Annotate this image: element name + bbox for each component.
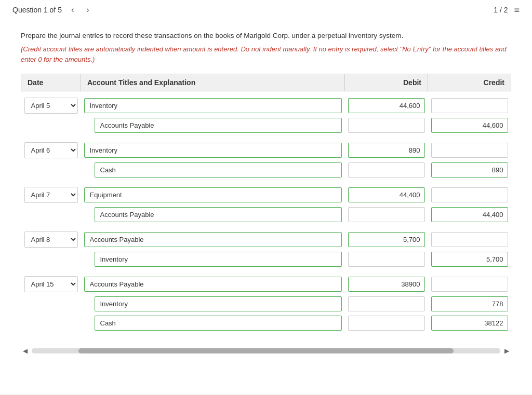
credit-input-3a[interactable] [431, 187, 508, 202]
account-cell-5a [81, 274, 345, 294]
account-input-5c[interactable] [95, 316, 342, 331]
instruction-sub: (Credit account titles are automatically… [21, 44, 511, 64]
date-empty-5a [21, 294, 81, 314]
table-row [21, 160, 511, 180]
account-cell-1b [81, 116, 345, 135]
table-row [21, 116, 511, 135]
header-date: Date [21, 74, 81, 91]
table-row [21, 250, 511, 269]
debit-cell-1b [345, 116, 428, 135]
credit-cell-4b [428, 250, 511, 269]
account-cell-1a [81, 96, 345, 116]
credit-input-5b[interactable] [431, 296, 508, 311]
debit-cell-5b [345, 294, 428, 314]
account-input-5a[interactable] [84, 277, 342, 292]
instruction-main: Prepare the journal entries to record th… [21, 31, 511, 41]
credit-cell-5 [428, 274, 511, 294]
credit-input-2b[interactable] [431, 162, 508, 178]
debit-input-1b[interactable] [348, 118, 425, 133]
credit-cell-3b [428, 205, 511, 224]
header-account: Account Titles and Explanation [81, 74, 345, 91]
date-select-4[interactable]: April 8 [24, 231, 78, 248]
credit-input-2a[interactable] [431, 143, 508, 158]
debit-cell-2b [345, 160, 428, 180]
date-cell-2: April 6 [21, 140, 81, 160]
account-cell-2b [81, 160, 345, 180]
debit-input-3[interactable] [348, 187, 425, 202]
account-cell-5c [81, 314, 345, 333]
top-bar: Question 1 of 5 ‹ › 1 / 2 ≡ [0, 0, 532, 20]
date-empty-3 [21, 205, 81, 224]
main-content: Prepare the journal entries to record th… [0, 20, 532, 394]
credit-input-4a[interactable] [431, 232, 508, 247]
date-empty-2 [21, 160, 81, 180]
question-label: Question 1 of 5 [12, 6, 62, 14]
debit-cell-3 [345, 185, 428, 205]
account-input-1a[interactable] [84, 98, 342, 113]
page-indicator: 1 / 2 [494, 6, 508, 14]
debit-cell-5 [345, 274, 428, 294]
credit-cell-2b [428, 160, 511, 180]
debit-input-4b[interactable] [348, 252, 425, 267]
credit-input-1b[interactable] [431, 118, 508, 133]
account-input-1b[interactable] [95, 118, 342, 133]
debit-input-5b[interactable] [348, 296, 425, 311]
account-cell-5b [81, 294, 345, 314]
debit-input-1[interactable] [348, 98, 425, 113]
credit-input-5c[interactable] [431, 316, 508, 331]
table-row [21, 294, 511, 314]
debit-input-2b[interactable] [348, 162, 425, 178]
credit-cell-5b [428, 294, 511, 314]
credit-cell-1 [428, 96, 511, 116]
date-select-5[interactable]: April 15 [24, 276, 78, 292]
date-select-3[interactable]: April 7 [24, 187, 78, 203]
account-input-4a[interactable] [84, 232, 342, 247]
account-input-5b[interactable] [95, 296, 342, 311]
debit-input-5[interactable] [348, 277, 425, 292]
debit-cell-4b [345, 250, 428, 269]
debit-input-4[interactable] [348, 232, 425, 247]
account-input-3b[interactable] [95, 207, 342, 222]
debit-input-5c[interactable] [348, 316, 425, 331]
table-row: April 5 [21, 96, 511, 116]
credit-cell-4 [428, 229, 511, 250]
table-row: April 7 [21, 185, 511, 205]
account-cell-4b [81, 250, 345, 269]
scrollbar-track[interactable] [32, 348, 500, 353]
date-select-2[interactable]: April 6 [24, 142, 78, 158]
prev-button[interactable]: ‹ [68, 4, 77, 16]
date-cell-1: April 5 [21, 96, 81, 116]
date-empty-4 [21, 250, 81, 269]
next-button[interactable]: › [83, 4, 92, 16]
credit-cell-3 [428, 185, 511, 205]
table-row [21, 205, 511, 224]
credit-input-1a[interactable] [431, 98, 508, 113]
account-input-4b[interactable] [95, 252, 342, 267]
debit-input-3b[interactable] [348, 207, 425, 222]
date-select-1[interactable]: April 5 [24, 98, 78, 114]
menu-icon[interactable]: ≡ [514, 5, 520, 16]
account-cell-4a [81, 229, 345, 250]
account-input-2a[interactable] [84, 143, 342, 158]
credit-input-4b[interactable] [431, 252, 508, 267]
header-debit: Debit [345, 74, 428, 91]
credit-cell-2 [428, 140, 511, 160]
date-empty-1 [21, 116, 81, 135]
date-cell-5: April 15 [21, 274, 81, 294]
header-credit: Credit [428, 74, 511, 91]
scrollbar-thumb[interactable] [78, 348, 454, 353]
credit-input-3b[interactable] [431, 207, 508, 222]
account-input-3a[interactable] [84, 187, 342, 202]
top-bar-right: 1 / 2 ≡ [494, 5, 520, 16]
debit-cell-3b [345, 205, 428, 224]
date-cell-3: April 7 [21, 185, 81, 205]
debit-cell-4 [345, 229, 428, 250]
table-row: April 6 [21, 140, 511, 160]
debit-input-2[interactable] [348, 143, 425, 158]
account-input-2b[interactable] [95, 162, 342, 178]
credit-input-5a[interactable] [431, 277, 508, 292]
table-row: April 8 [21, 229, 511, 250]
scroll-right-button[interactable]: ▶ [502, 347, 511, 355]
scroll-left-button[interactable]: ◀ [21, 347, 30, 355]
credit-cell-5c [428, 314, 511, 333]
